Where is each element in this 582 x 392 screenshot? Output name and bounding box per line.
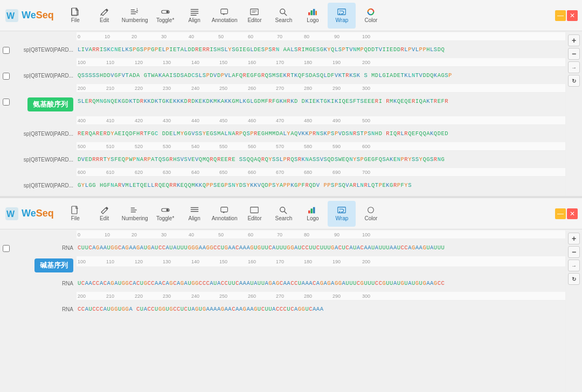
close-button[interactable]: ✕ xyxy=(567,10,578,21)
zoom-out-button[interactable]: − xyxy=(568,48,580,60)
editor-icon xyxy=(250,8,259,16)
minimize-button-b[interactable]: — xyxy=(555,208,566,219)
toggle-button-b[interactable]: Toggle* xyxy=(151,201,179,227)
zoom-out-button-b[interactable]: − xyxy=(568,246,580,258)
edit-icon xyxy=(100,8,109,16)
seq-text-2: QSSSSSHDDVGFVTADA GTWAKAAISDSADCSLSPDVDP… xyxy=(77,69,565,81)
numbering-label-b: Numbering xyxy=(122,215,148,221)
checkbox-2[interactable] xyxy=(0,69,12,80)
seq-label-2: sp|Q8TEW0|PARD... xyxy=(12,69,77,79)
checkbox-5[interactable] xyxy=(0,128,12,131)
logo-button-b[interactable]: Logo xyxy=(299,201,327,227)
file-button[interactable]: File xyxy=(61,3,89,29)
seq-content-3: SLERQMNGNQEKGDKTDRKKDKTGKEKKKDRDKEKDKMKA… xyxy=(77,95,565,107)
toolbar-bottom: W WeSeq File Edit Numbering Toggle* xyxy=(0,198,582,229)
wrap-label: Wrap xyxy=(336,17,349,23)
zoom-right-button-b[interactable]: → xyxy=(568,260,580,271)
ruler-100: 100 110 120 130 140 150 160 170 180 190 … xyxy=(77,58,565,67)
color-button-b[interactable]: Color xyxy=(357,201,385,227)
rna-seq-main: 0 10 20 30 40 50 60 70 80 90 100 xyxy=(0,229,565,392)
seq-label-1: sp|Q8TEW0|PARD... xyxy=(12,44,77,53)
svg-point-10 xyxy=(166,11,169,13)
checkbox-6[interactable] xyxy=(0,153,12,157)
rna-seq-row-3: RNA CCAUCCCAUGGUGGA CUACCUGGUGCCUCUAGUGA… xyxy=(0,302,565,317)
logo-tool-icon xyxy=(308,8,317,16)
zoom-left-button-b[interactable]: ↻ xyxy=(568,273,580,285)
annotation-button[interactable]: Annotation xyxy=(210,3,240,29)
file-label: File xyxy=(71,17,80,23)
numbering-label: Numbering xyxy=(122,17,148,23)
align-button-b[interactable]: Align xyxy=(181,201,209,227)
search-label: Search xyxy=(275,17,293,23)
zoom-controls-top: + − → ↻ xyxy=(565,31,582,196)
seq-label-7: sp|Q8TEW0|PARD... xyxy=(12,179,77,188)
rna-panel: W WeSeq File Edit Numbering Toggle* xyxy=(0,198,582,392)
logo-bottom: W WeSeq xyxy=(4,206,54,221)
seq-row-5: sp|Q8TEW0|PARD... RERQARERDYAEIQDFHRTFGC… xyxy=(0,127,565,141)
svg-rect-44 xyxy=(313,207,315,214)
numbering-button-b[interactable]: Numbering xyxy=(120,201,150,227)
rna-ruler-row-0: 0 10 20 30 40 50 60 70 80 90 100 xyxy=(0,229,565,241)
file-label-b: File xyxy=(71,215,80,221)
editor-button[interactable]: Editor xyxy=(240,3,268,29)
checkbox-input-3[interactable] xyxy=(3,99,10,106)
checkbox-input-2[interactable] xyxy=(3,73,10,80)
numbering-icon: 12 xyxy=(130,8,140,16)
rna-seq-text-2: UCAACCACAGAUGGCACUGCCAACAGCAGAUGGCCCAUAC… xyxy=(77,277,565,289)
zoom-right-button[interactable]: → xyxy=(568,61,580,73)
edit-label-b: Edit xyxy=(100,215,109,221)
numbering-button[interactable]: 12 Numbering xyxy=(120,3,150,29)
close-button-b[interactable]: ✕ xyxy=(567,208,578,219)
zoom-left-button[interactable]: ↻ xyxy=(568,75,580,87)
checkbox-input-1[interactable] xyxy=(3,47,10,54)
color-button[interactable]: Color xyxy=(357,3,385,29)
ruler-row-100: 100 110 120 130 140 150 160 170 180 190 … xyxy=(0,57,565,68)
logo-button[interactable]: Logo xyxy=(299,3,327,29)
checkbox-7[interactable] xyxy=(0,179,12,183)
minimize-button[interactable]: — xyxy=(555,10,566,21)
logo: W WeSeq xyxy=(4,8,54,23)
ruler-content-100: 100 110 120 130 140 150 160 170 180 190 … xyxy=(77,58,565,67)
annotation-label: Annotation xyxy=(212,17,238,23)
ruler-row-200: 200 210 220 230 240 250 260 270 280 290 … xyxy=(0,83,565,94)
tag-amino-container: 氨基酸序列 xyxy=(12,95,77,114)
edit-button[interactable]: Edit xyxy=(91,3,119,29)
checkbox-1[interactable] xyxy=(0,44,12,54)
wrap-button[interactable]: Wrap xyxy=(328,3,356,29)
rna-tag-row: 碱基序列 100 110 120 130 140 150 160 170 18 xyxy=(0,255,565,276)
search-button-b[interactable]: Search xyxy=(269,201,297,227)
ruler-content-0: 0 10 20 30 40 50 60 70 80 90 100 xyxy=(77,32,565,41)
zoom-in-button-b[interactable]: + xyxy=(568,233,580,244)
svg-rect-43 xyxy=(311,208,313,213)
seq-label-6: sp|Q8TEW0|PARD... xyxy=(12,153,77,163)
rna-checkbox-input-1[interactable] xyxy=(3,245,10,252)
checkbox-3[interactable] xyxy=(0,95,12,106)
seq-label-5: sp|Q8TEW0|PARD... xyxy=(12,128,77,137)
logo-icon: W xyxy=(4,8,19,23)
svg-rect-22 xyxy=(311,10,313,15)
file-button-b[interactable]: File xyxy=(61,201,89,227)
search-button[interactable]: Search xyxy=(269,3,297,29)
rna-checkbox-3[interactable] xyxy=(0,303,12,306)
seq-text-7: GYLGG HGFNARVMLETQELLRQEQRRKEQQMKKQPPSEG… xyxy=(77,179,565,191)
align-button[interactable]: Align xyxy=(181,3,209,29)
svg-line-3 xyxy=(101,14,101,16)
rna-label-3: RNA xyxy=(12,303,77,312)
edit-button-b[interactable]: Edit xyxy=(91,201,119,227)
ruler-400: 400 410 420 430 440 450 460 470 480 490 … xyxy=(77,116,565,125)
svg-text:W: W xyxy=(6,209,15,219)
seq-text-5: RERQARERDYAEIQDFHRTFGC DDELMYGGVSSYEGSMA… xyxy=(77,128,565,139)
wrap-button-b[interactable]: Wrap xyxy=(328,201,356,227)
annotation-button-b[interactable]: Annotation xyxy=(210,201,240,227)
toolbar-top: W WeSeq File Edit 12 Numbering xyxy=(0,0,582,31)
toggle-button[interactable]: Toggle* xyxy=(151,3,179,29)
rna-checkbox-2[interactable] xyxy=(0,277,12,281)
svg-rect-21 xyxy=(308,12,310,15)
seq-content-2: QSSSSSHDDVGFVTADA GTWAKAAISDSADCSLSPDVDP… xyxy=(77,69,565,81)
zoom-in-button[interactable]: + xyxy=(568,34,580,46)
seq-text-1: LIVARRISKCNELKSPGSPPGPELPIETALDDRERRISHS… xyxy=(77,44,565,55)
ruler-row-600: 600 610 620 630 640 650 660 670 680 690 … xyxy=(0,167,565,178)
seq-text-6: DVEDRRRTYSFEQPWPNARPATQSGRHSVSVEVQMQRQRE… xyxy=(77,153,565,165)
editor-button-b[interactable]: Editor xyxy=(240,201,268,227)
rna-checkbox-1[interactable] xyxy=(0,242,12,252)
